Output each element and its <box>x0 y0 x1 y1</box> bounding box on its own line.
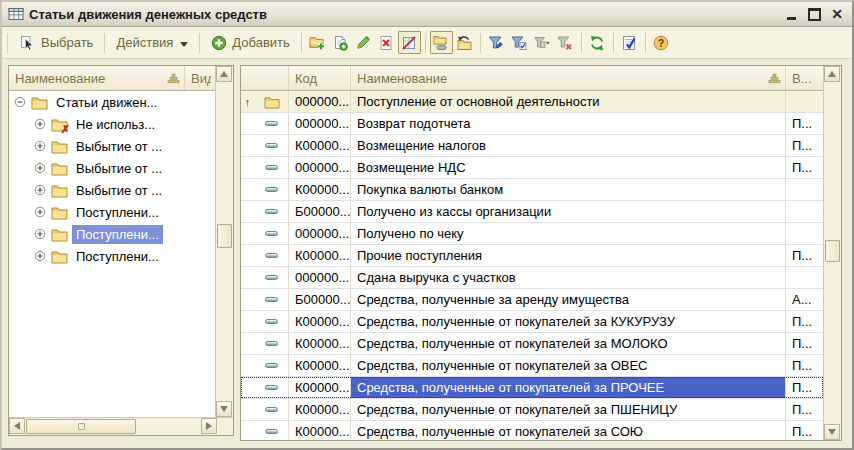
add-group-button[interactable] <box>306 31 329 54</box>
help-button[interactable]: ? <box>650 31 673 54</box>
minimize-button[interactable] <box>784 7 798 21</box>
refresh-button[interactable] <box>586 31 609 54</box>
filter-sort-button[interactable] <box>485 31 508 54</box>
table-row[interactable]: ↑000000...Поступление от основной деятел… <box>241 91 823 113</box>
scroll-up-button[interactable] <box>216 66 232 82</box>
tree-item[interactable]: Выбытие от ... <box>9 135 215 157</box>
filter-menu-icon <box>534 35 550 51</box>
edit-button[interactable] <box>352 31 375 54</box>
expand-icon[interactable] <box>34 162 46 174</box>
move-to-group-button[interactable] <box>453 31 476 54</box>
tree-horizontal-scrollbar[interactable] <box>9 417 233 435</box>
tree-item[interactable]: Выбытие от ... <box>9 157 215 179</box>
expand-icon[interactable] <box>34 140 46 152</box>
actions-button[interactable]: Действия <box>109 31 195 55</box>
help-icon: ? <box>653 35 669 51</box>
scroll-down-button[interactable] <box>216 401 232 417</box>
name-cell: Средства, полученные от покупателей за О… <box>351 355 786 376</box>
move-to-group-icon <box>456 35 472 51</box>
scroll-track[interactable] <box>25 418 201 435</box>
tree-item[interactable]: Статьи движен... <box>9 91 215 113</box>
movement-kind-cell <box>786 179 823 200</box>
delete-button[interactable] <box>375 31 398 54</box>
code-cell: К00000... <box>289 355 351 376</box>
select-button[interactable]: Выбрать <box>13 31 100 55</box>
table-row[interactable]: К00000...Средства, полученные от покупат… <box>241 421 823 440</box>
table-row[interactable]: К00000...Средства, полученные от покупат… <box>241 377 823 399</box>
table-row[interactable]: К00000...Средства, полученные от покупат… <box>241 399 823 421</box>
table-header-vid[interactable]: В... <box>786 66 823 90</box>
item-icon <box>254 165 289 170</box>
tree-item[interactable]: Поступлени... <box>9 201 215 223</box>
maximize-button[interactable] <box>807 7 821 21</box>
row-marker-cell: ↑ <box>241 91 289 112</box>
expand-icon[interactable] <box>34 118 46 130</box>
scroll-down-button[interactable] <box>824 424 840 440</box>
table-row[interactable]: К00000...Покупка валюты банком <box>241 179 823 201</box>
scroll-track[interactable] <box>824 82 841 424</box>
tree-item[interactable]: ✗Не использ... <box>9 113 215 135</box>
movement-kind-cell: П... <box>786 355 823 376</box>
close-button[interactable]: ✕ <box>830 7 844 21</box>
scroll-left-button[interactable] <box>9 418 25 434</box>
table-row[interactable]: 000000...Возврат подотчетаП... <box>241 113 823 135</box>
code-cell: К00000... <box>289 135 351 156</box>
table-row[interactable]: 000000...Получено по чеку <box>241 223 823 245</box>
table-row[interactable]: К00000...Средства, полученные от покупат… <box>241 355 823 377</box>
tree-header-vid[interactable]: Вид <box>185 66 215 90</box>
filter-by-value-button[interactable] <box>508 31 531 54</box>
movement-kind-cell: П... <box>786 421 823 440</box>
table-header-code[interactable]: Код <box>289 66 351 90</box>
tree-item-label: Выбытие от ... <box>72 181 166 200</box>
toolbar-separator <box>199 33 200 53</box>
directory-icon <box>8 6 24 22</box>
expand-icon[interactable] <box>34 206 46 218</box>
item-icon <box>254 231 289 236</box>
code-cell: К00000... <box>289 377 351 398</box>
select-icon <box>20 35 36 51</box>
toolbar-separator <box>645 33 646 53</box>
scroll-up-button[interactable] <box>824 66 840 82</box>
tree-header-name[interactable]: Наименование <box>9 66 185 90</box>
scroll-right-button[interactable] <box>201 418 217 434</box>
tree-item[interactable]: Выбытие от ... <box>9 179 215 201</box>
tree-item[interactable]: Поступлени... <box>9 223 215 245</box>
expand-icon[interactable] <box>34 228 46 240</box>
item-icon <box>254 385 289 390</box>
code-cell: 000000... <box>289 223 351 244</box>
collapse-icon[interactable] <box>14 96 26 108</box>
table-row[interactable]: Б00000...Получено из кассы организации <box>241 201 823 223</box>
filter-menu-button[interactable] <box>531 31 554 54</box>
table-row[interactable]: 000000...Сдана выручка с участков <box>241 267 823 289</box>
code-cell: К00000... <box>289 333 351 354</box>
table-header-name[interactable]: Наименование <box>351 66 786 90</box>
svg-text:?: ? <box>658 36 664 48</box>
item-icon <box>254 429 289 434</box>
scroll-thumb[interactable] <box>825 240 840 262</box>
hierarchy-view-button[interactable] <box>430 31 453 54</box>
code-cell: 000000... <box>289 91 351 112</box>
copy-button[interactable] <box>329 31 352 54</box>
scroll-thumb[interactable] <box>217 224 232 248</box>
table-vertical-scrollbar[interactable] <box>823 66 841 440</box>
expand-icon[interactable] <box>34 184 46 196</box>
list-settings-button[interactable] <box>618 31 641 54</box>
tree-item[interactable]: Поступлени... <box>9 245 215 267</box>
code-cell: К00000... <box>289 421 351 440</box>
add-button[interactable]: Добавить <box>204 31 296 55</box>
table-row[interactable]: К00000...Средства, полученные от покупат… <box>241 311 823 333</box>
scroll-track[interactable] <box>216 82 233 401</box>
deletion-mark-button[interactable] <box>398 31 421 54</box>
tree-vertical-scrollbar[interactable] <box>215 66 233 417</box>
expand-icon[interactable] <box>34 250 46 262</box>
table-row[interactable]: К00000...Прочие поступленияП... <box>241 245 823 267</box>
scroll-thumb[interactable] <box>26 419 136 434</box>
item-icon <box>254 275 289 280</box>
folder-icon <box>51 183 68 198</box>
table-row[interactable]: 000000...Возмещение НДСП... <box>241 157 823 179</box>
table-row[interactable]: К00000...Средства, полученные от покупат… <box>241 333 823 355</box>
add-label: Добавить <box>232 35 289 50</box>
clear-filter-button[interactable] <box>554 31 577 54</box>
table-row[interactable]: Б00000...Средства, полученные за аренду … <box>241 289 823 311</box>
table-row[interactable]: К00000...Возмещение налоговП... <box>241 135 823 157</box>
